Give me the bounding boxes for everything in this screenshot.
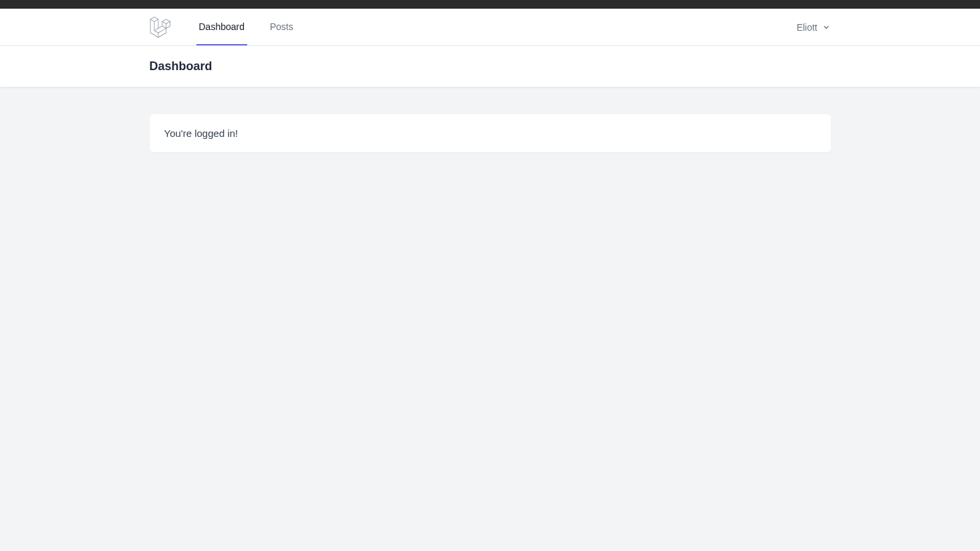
page-header: Dashboard — [0, 46, 980, 87]
user-name-label: Eliott — [796, 22, 817, 33]
nav-left-group: Dashboard Posts — [150, 9, 317, 45]
page-header-inner: Dashboard — [143, 46, 838, 87]
page-title: Dashboard — [150, 59, 831, 73]
nav-links-group: Dashboard Posts — [196, 9, 317, 45]
user-menu-dropdown[interactable]: Eliott — [796, 22, 830, 33]
nav-link-dashboard[interactable]: Dashboard — [196, 9, 248, 45]
chevron-down-icon — [822, 23, 831, 32]
logged-in-message: You're logged in! — [164, 128, 816, 139]
top-navigation: Dashboard Posts Eliott — [0, 9, 980, 46]
app-logo[interactable] — [150, 17, 171, 38]
main-content: You're logged in! — [143, 87, 838, 179]
nav-link-posts[interactable]: Posts — [267, 9, 296, 45]
laravel-logo-icon — [150, 17, 171, 38]
nav-link-label: Posts — [270, 21, 293, 32]
welcome-card: You're logged in! — [150, 114, 831, 152]
nav-container: Dashboard Posts Eliott — [143, 9, 838, 45]
browser-chrome-bar — [0, 0, 980, 9]
nav-link-label: Dashboard — [199, 21, 245, 32]
